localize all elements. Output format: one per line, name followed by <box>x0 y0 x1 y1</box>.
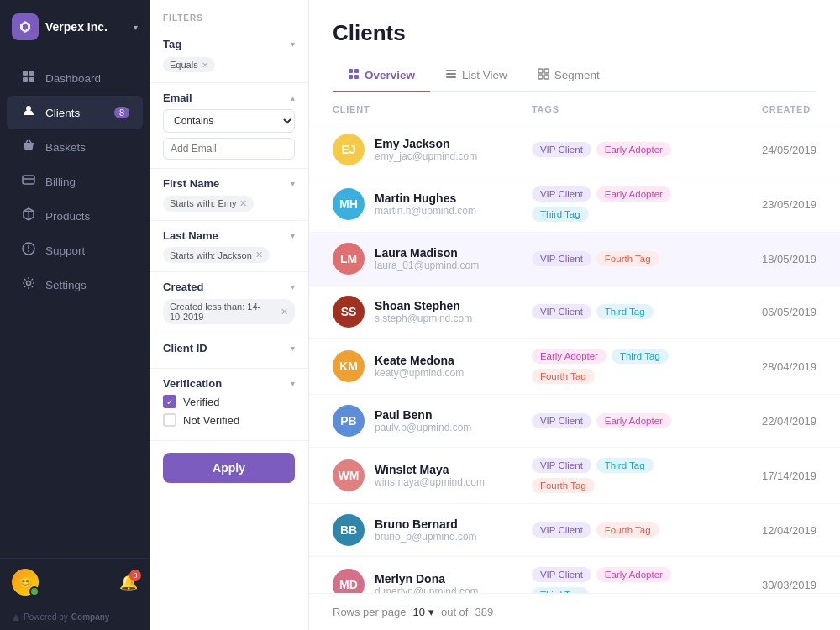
filter-lastname-chip-text: Starts with: Jackson <box>170 250 252 260</box>
filter-tag-remove-button[interactable]: ✕ <box>202 60 208 70</box>
filter-firstname-chip: Starts with: Emy ✕ <box>163 196 254 212</box>
filter-lastname-remove-button[interactable]: ✕ <box>255 249 263 260</box>
tags-list: VIP ClientEarly Adopter <box>532 413 715 428</box>
client-email: bruno_b@upmind.com <box>375 531 477 543</box>
sidebar-item-label: Dashboard <box>45 72 101 85</box>
user-avatar[interactable]: 😊 <box>12 569 39 596</box>
client-info: KM Keate Medona keaty@upmind.com <box>333 350 485 382</box>
table-row[interactable]: MD Merlyn Dona d.merlyn@upmind.com VIP C… <box>309 557 840 594</box>
table-row[interactable]: EJ Emy Jackson emy_jac@upmind.com VIP Cl… <box>309 123 840 176</box>
clients-table: CLIENT TAGS CREATED EJ Emy Jackson emy_j… <box>309 92 840 593</box>
client-name: Paul Benn <box>375 408 471 422</box>
table-row[interactable]: KM Keate Medona keaty@upmind.com Early A… <box>309 339 840 395</box>
checkbox-not-verified[interactable] <box>163 413 176 427</box>
notifications-bell[interactable]: 🔔 3 <box>119 573 138 591</box>
filter-verification-header[interactable]: Verification ▾ <box>163 377 295 390</box>
svg-rect-13 <box>354 69 359 73</box>
tags-cell: VIP ClientThird Tag <box>508 286 738 339</box>
main-content: Clients Overview List View Segment <box>309 0 840 630</box>
table-row[interactable]: SS Shoan Stephen s.steph@upmind.com VIP … <box>309 286 840 339</box>
filter-tag-chip: Equals ✕ <box>163 57 215 72</box>
filter-email-input[interactable] <box>163 138 295 160</box>
brand-button[interactable]: Verpex Inc. ▾ <box>0 0 150 54</box>
client-email: d.merlyn@upmind.com <box>375 585 479 593</box>
svg-rect-22 <box>544 75 549 79</box>
svg-rect-12 <box>349 69 353 73</box>
client-cell: WM Winslet Maya winsmaya@upmind.com <box>309 448 508 504</box>
sidebar-item-settings[interactable]: Settings <box>7 268 143 302</box>
checkbox-verified[interactable] <box>163 395 176 408</box>
filter-clientid-chevron-icon: ▾ <box>291 344 295 353</box>
client-cell: PB Paul Benn pauly.b@upmind.com <box>309 395 508 448</box>
created-cell: 17/14/2019 <box>738 448 840 504</box>
filter-section-email: Email ▴ Contains Equals Starts with <box>150 83 308 169</box>
tab-list-view[interactable]: List View <box>430 60 522 92</box>
client-avatar: SS <box>333 296 365 328</box>
rows-per-page-value: 10 <box>412 606 424 618</box>
avatar-verified-badge <box>29 586 39 596</box>
sidebar-item-support[interactable]: Support <box>7 234 143 267</box>
client-cell: SS Shoan Stephen s.steph@upmind.com <box>309 286 508 339</box>
created-cell: 06/05/2019 <box>738 286 840 339</box>
filter-firstname-header[interactable]: First Name ▾ <box>163 177 295 190</box>
tag-chip: Early Adopter <box>596 142 671 157</box>
filter-lastname-header[interactable]: Last Name ▾ <box>163 229 295 242</box>
filter-clientid-header[interactable]: Client ID ▾ <box>163 342 295 354</box>
client-email: s.steph@upmind.com <box>375 312 472 324</box>
svg-rect-15 <box>354 75 359 79</box>
svg-rect-5 <box>23 176 34 184</box>
filter-firstname-remove-button[interactable]: ✕ <box>239 198 247 209</box>
tab-segment[interactable]: Segment <box>522 60 615 92</box>
client-info: EJ Emy Jackson emy_jac@upmind.com <box>333 134 485 165</box>
filter-email-chevron-icon: ▴ <box>291 93 295 102</box>
client-info: WM Winslet Maya winsmaya@upmind.com <box>333 459 485 491</box>
filter-created-header[interactable]: Created ▾ <box>163 281 295 293</box>
products-icon <box>20 207 37 224</box>
client-email: martin.h@upmind.com <box>375 205 476 217</box>
pagination-total: 389 <box>475 606 493 618</box>
sidebar-item-label: Settings <box>45 279 87 291</box>
created-cell: 23/05/2019 <box>738 176 840 233</box>
sidebar-item-baskets[interactable]: Baskets <box>7 130 143 164</box>
client-info: BB Bruno Bernard bruno_b@upmind.com <box>333 514 485 546</box>
rows-per-page-select[interactable]: 10 ▾ <box>412 606 433 618</box>
svg-rect-20 <box>544 69 549 73</box>
apply-button[interactable]: Apply <box>163 453 295 483</box>
client-name: Merlyn Dona <box>375 572 479 585</box>
client-avatar: KM <box>333 350 365 382</box>
clients-table-container: CLIENT TAGS CREATED EJ Emy Jackson emy_j… <box>309 92 840 593</box>
tab-overview[interactable]: Overview <box>333 60 430 92</box>
tags-cell: Early AdopterThird TagFourth Tag <box>508 339 738 395</box>
table-row[interactable]: WM Winslet Maya winsmaya@upmind.com VIP … <box>309 448 840 504</box>
tag-chip: VIP Client <box>532 567 591 582</box>
tags-cell: VIP ClientFourth Tag <box>508 504 738 557</box>
sidebar-item-billing[interactable]: Billing <box>7 165 143 198</box>
table-row[interactable]: BB Bruno Bernard bruno_b@upmind.com VIP … <box>309 504 840 557</box>
filter-tag-header[interactable]: Tag ▾ <box>163 38 295 50</box>
settings-icon <box>20 276 37 293</box>
filter-email-select[interactable]: Contains Equals Starts with <box>163 109 295 133</box>
sidebar-item-dashboard[interactable]: Dashboard <box>7 61 143 95</box>
filter-created-remove-button[interactable]: ✕ <box>281 307 288 318</box>
filter-lastname-chevron-icon: ▾ <box>291 231 295 240</box>
client-name: Bruno Bernard <box>375 517 477 531</box>
tab-list-view-label: List View <box>462 69 507 81</box>
table-row[interactable]: PB Paul Benn pauly.b@upmind.com VIP Clie… <box>309 395 840 448</box>
sidebar-item-clients[interactable]: Clients 8 <box>7 96 143 129</box>
table-row[interactable]: MH Martin Hughes martin.h@upmind.com VIP… <box>309 176 840 233</box>
filter-created-chip-text: Created less than: 14-10-2019 <box>170 302 274 322</box>
tag-chip: Early Adopter <box>596 186 671 202</box>
tags-list: VIP ClientEarly AdopterThird Tag <box>532 567 715 593</box>
svg-rect-1 <box>29 71 34 76</box>
filter-section-clientid: Client ID ▾ <box>150 333 308 369</box>
client-details: Martin Hughes martin.h@upmind.com <box>375 192 476 217</box>
filter-email-header[interactable]: Email ▴ <box>163 92 295 104</box>
pagination-out-of: out of <box>441 606 469 618</box>
table-row[interactable]: LM Laura Madison laura_01@upmind.com VIP… <box>309 233 840 286</box>
filter-section-verification: Verification ▾ Verified Not Verified <box>150 369 308 441</box>
client-cell: EJ Emy Jackson emy_jac@upmind.com <box>309 123 508 176</box>
checkbox-verified-label: Verified <box>183 396 219 408</box>
client-name: Laura Madison <box>375 246 479 260</box>
sidebar-item-products[interactable]: Products <box>7 199 143 233</box>
svg-rect-0 <box>23 71 28 76</box>
